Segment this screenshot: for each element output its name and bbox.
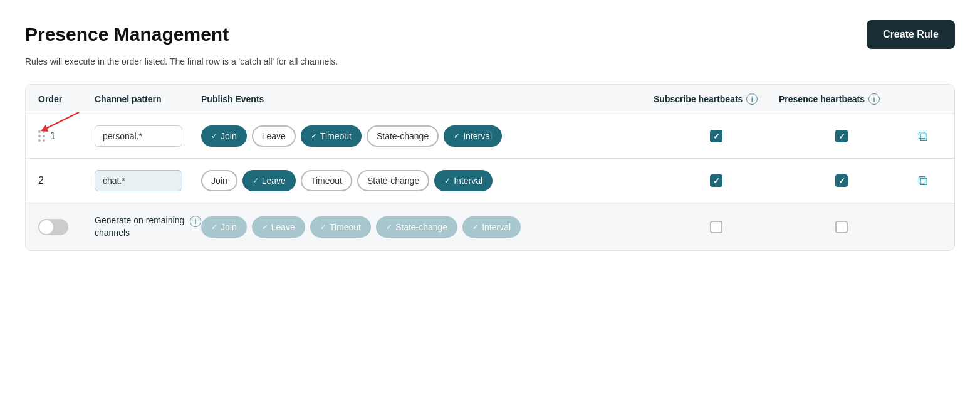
row-1-order-cell: 1: [38, 130, 95, 142]
row-2-interval-pill[interactable]: ✓Interval: [434, 170, 493, 191]
col-header-presence-hb: Presence heartbeats i: [779, 93, 904, 105]
catch-all-row: Generate on remaining channels i ✓Join ✓…: [26, 203, 954, 250]
page-title: Presence Management: [25, 24, 229, 45]
row-2-actions-cell: ⧉: [904, 172, 942, 189]
row-2-copy-button[interactable]: ⧉: [918, 172, 928, 189]
catch-all-state-change-pill[interactable]: ✓State-change: [376, 216, 457, 238]
row-2-order-number: 2: [38, 175, 44, 186]
catch-all-subscribe-hb-cell: [654, 221, 779, 233]
row-1-presence-hb-cell: [779, 130, 904, 142]
row-1-order-number: 1: [50, 130, 56, 142]
row-2-leave-pill[interactable]: ✓Leave: [242, 170, 296, 191]
row-1-events-cell: ✓Join Leave ✓Timeout State-change ✓Inter…: [201, 125, 654, 147]
row-2-subscribe-hb-cell: [654, 174, 779, 187]
presence-hb-info-icon[interactable]: i: [868, 93, 880, 105]
drag-handle-row-1[interactable]: [38, 130, 45, 142]
row-1-presence-hb-checkbox[interactable]: [835, 130, 848, 142]
catch-all-order-cell: [38, 219, 95, 235]
table-row: 1 ✓Join Leave ✓Timeout State-change ✓Int…: [26, 114, 954, 159]
col-header-order: Order: [38, 94, 95, 104]
row-2-presence-hb-checkbox[interactable]: [835, 174, 848, 187]
catch-all-leave-pill[interactable]: ✓Leave: [252, 216, 305, 238]
row-1-timeout-pill[interactable]: ✓Timeout: [301, 125, 362, 147]
table-row: 2 Join ✓Leave Timeout State-change ✓Inte…: [26, 159, 954, 203]
row-1-interval-pill[interactable]: ✓Interval: [444, 125, 502, 147]
col-header-events: Publish Events: [201, 94, 654, 104]
toggle-knob: [39, 220, 53, 234]
page-subtitle: Rules will execute in the order listed. …: [25, 56, 955, 66]
catch-all-join-pill[interactable]: ✓Join: [201, 216, 247, 238]
row-2-subscribe-hb-checkbox[interactable]: [710, 174, 722, 187]
row-1-channel-cell: [95, 125, 201, 147]
catch-all-info-icon[interactable]: i: [190, 216, 201, 227]
catch-all-events-cell: ✓Join ✓Leave ✓Timeout ✓State-change ✓Int…: [201, 216, 654, 238]
catch-all-subscribe-hb-checkbox[interactable]: [710, 221, 722, 233]
row-1-subscribe-hb-cell: [654, 130, 779, 142]
row-2-state-change-pill[interactable]: State-change: [357, 170, 429, 191]
catch-all-label: Generate on remaining channels: [95, 215, 186, 239]
row-2-order-cell: 2: [38, 175, 95, 186]
rules-table: Order Channel pattern Publish Events Sub…: [25, 84, 955, 251]
row-2-events-cell: Join ✓Leave Timeout State-change ✓Interv…: [201, 170, 654, 191]
svg-line-0: [44, 112, 79, 129]
catch-all-timeout-pill[interactable]: ✓Timeout: [310, 216, 371, 238]
row-1-channel-input[interactable]: [95, 125, 182, 147]
table-header: Order Channel pattern Publish Events Sub…: [26, 85, 954, 114]
row-2-channel-cell: [95, 170, 201, 191]
row-1-leave-pill[interactable]: Leave: [252, 125, 296, 147]
row-2-timeout-pill[interactable]: Timeout: [301, 170, 352, 191]
catch-all-toggle[interactable]: [38, 219, 68, 235]
col-header-channel: Channel pattern: [95, 94, 201, 104]
row-1-subscribe-hb-checkbox[interactable]: [710, 130, 722, 142]
create-rule-button[interactable]: Create Rule: [867, 20, 955, 49]
row-1-state-change-pill[interactable]: State-change: [367, 125, 439, 147]
col-header-subscribe-hb: Subscribe heartbeats i: [654, 93, 779, 105]
row-1-join-pill[interactable]: ✓Join: [201, 125, 247, 147]
subscribe-hb-info-icon[interactable]: i: [746, 93, 758, 105]
row-1-actions-cell: ⧉: [904, 128, 942, 144]
row-2-presence-hb-cell: [779, 174, 904, 187]
row-2-channel-input[interactable]: [95, 170, 182, 191]
row-2-join-pill[interactable]: Join: [201, 170, 237, 191]
catch-all-interval-pill[interactable]: ✓Interval: [462, 216, 521, 238]
row-1-copy-button[interactable]: ⧉: [918, 128, 928, 144]
catch-all-presence-hb-cell: [779, 221, 904, 233]
catch-all-presence-hb-checkbox[interactable]: [835, 221, 848, 233]
catch-all-label-cell: Generate on remaining channels i: [95, 215, 201, 239]
